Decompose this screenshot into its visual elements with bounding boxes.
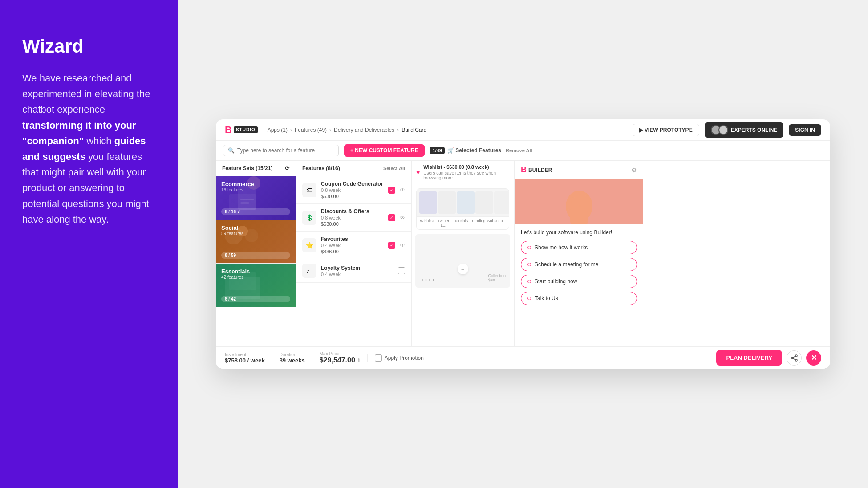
svg-point-17 [795, 355, 797, 357]
ecommerce-overlay: Ecommerce 16 features 8 / 16 ✓ [216, 176, 296, 220]
app-window: B STUDIO Apps (1) › Features (49) › Deli… [216, 119, 830, 369]
chatbot-option-build-label: Start building now [535, 278, 577, 285]
favourites-icon: ⭐ [302, 238, 316, 252]
breadcrumb: Apps (1) › Features (49) › Delivery and … [268, 127, 426, 133]
favourites-price: $336.00 [321, 249, 384, 254]
coupon-checkbox[interactable]: ✓ [388, 187, 395, 194]
remove-all-button[interactable]: Remove All [506, 148, 532, 153]
chatbot-option-schedule[interactable]: Schedule a meeting for me [521, 258, 637, 271]
max-price-info-icon: ℹ [358, 357, 360, 363]
loyalty-name: Loyalty System [321, 265, 393, 271]
left-panel: Wizard We have researched and experiment… [0, 0, 178, 488]
feature-coupon[interactable]: 🏷 Coupon Code Generator 0.8 week $630.00… [296, 176, 411, 204]
feature-loyalty[interactable]: 🏷 Loyalty System 0.4 week [296, 259, 411, 283]
feature-set-essentials[interactable]: Essentials 42 features 6 / 42 [216, 264, 296, 307]
breadcrumb-apps[interactable]: Apps (1) [268, 127, 288, 133]
experts-online-button[interactable]: EXPERTS ONLINE [705, 122, 784, 138]
chatbot-greeting: Let's build your software using Builder! [521, 229, 637, 236]
feature-set-ecommerce[interactable]: Ecommerce 16 features 8 / 16 ✓ [216, 176, 296, 220]
bottom-divider-1 [272, 354, 272, 362]
select-all-button[interactable]: Select All [383, 166, 405, 171]
selected-features-panel: ♥ Wishlist - $630.00 (0.8 week) Users ca… [412, 161, 514, 346]
ecommerce-count: 16 features [221, 187, 290, 192]
wishlist-heart-icon: ♥ [416, 169, 420, 176]
essentials-name: Essentials 42 features [221, 268, 290, 280]
preview-back-button[interactable]: ← [458, 264, 468, 274]
discounts-checkbox[interactable]: ✓ [388, 214, 395, 221]
wishlist-header-info: Wishlist - $630.00 (0.8 week) Users can … [423, 164, 509, 180]
tab-twitter: Twitter L... [436, 219, 451, 228]
features-title: Features (8/16) [302, 165, 340, 171]
coupon-info: Coupon Code Generator 0.8 week $630.00 [321, 181, 384, 199]
breadcrumb-delivery[interactable]: Delivery and Deliverables [334, 127, 394, 133]
feature-favourites[interactable]: ⭐ Favourites 0.4 week $336.00 ✓ 👁 [296, 232, 411, 259]
duration-label: Duration [280, 352, 305, 357]
right-panel: B STUDIO Apps (1) › Features (49) › Deli… [178, 0, 868, 488]
coupon-name: Coupon Code Generator [321, 181, 384, 187]
new-custom-feature-label: + NEW CUSTOM FEATURE [350, 147, 418, 154]
plan-delivery-button[interactable]: PLAN DELIVERY [716, 350, 782, 366]
chatbot-talk-btn[interactable]: Talk to Us [521, 292, 637, 305]
discounts-icon: 💲 [302, 211, 316, 225]
logo-studio-text: STUDIO [234, 126, 258, 133]
preview-label: Collection$## [488, 273, 506, 282]
feature-discounts[interactable]: 💲 Discounts & Offers 0.8 week $630.00 ✓ … [296, 204, 411, 232]
favourites-checkbox[interactable]: ✓ [388, 242, 395, 249]
share-button[interactable] [787, 350, 802, 366]
essentials-badge: 6 / 42 [221, 296, 290, 302]
feature-sets-header: Feature Sets (15/21) ⟳ [216, 161, 296, 176]
hand-illustration [552, 184, 606, 224]
logo: B STUDIO [225, 124, 258, 136]
new-custom-feature-button[interactable]: + NEW CUSTOM FEATURE [344, 144, 425, 157]
breadcrumb-build-card[interactable]: Build Card [402, 127, 426, 133]
features-panel: Features (8/16) Select All 🏷 Coupon Code… [296, 161, 412, 346]
max-price-label: Max Price [320, 351, 360, 356]
search-input[interactable] [237, 147, 334, 154]
close-button[interactable]: ✕ [806, 350, 821, 366]
desc-text-2: which [84, 135, 114, 146]
discounts-name: Discounts & Offers [321, 208, 384, 215]
description: We have researched and experimented in e… [22, 70, 156, 227]
ecommerce-name: Ecommerce 16 features [221, 181, 290, 192]
view-prototype-button[interactable]: ▶ VIEW PROTOTYPE [633, 124, 699, 136]
chatbot-logo-b: B [521, 165, 527, 175]
loyalty-info: Loyalty System 0.4 week [321, 265, 393, 277]
feature-set-social[interactable]: Social 59 features 8 / 59 [216, 220, 296, 264]
svg-rect-13 [576, 194, 580, 207]
coupon-eye-icon[interactable]: 👁 [400, 187, 405, 193]
social-name: Social 59 features [221, 224, 290, 236]
installment-info: Installment $758.00 / week [225, 352, 265, 364]
share-icon [791, 354, 798, 362]
chatbot-settings-icon[interactable]: ⚙ [631, 167, 637, 174]
sign-in-button[interactable]: SIGN IN [789, 124, 821, 136]
chatbot-image-area [515, 179, 643, 224]
chatbot-option-show-me[interactable]: Show me how it works [521, 241, 637, 254]
loyalty-checkbox[interactable] [398, 267, 405, 274]
option-dot-4 [527, 297, 531, 300]
loyalty-icon: 🏷 [302, 264, 316, 278]
breadcrumb-sep-3: › [397, 127, 399, 133]
breadcrumb-features[interactable]: Features (49) [295, 127, 327, 133]
promotion-checkbox[interactable] [375, 354, 382, 362]
thumb-trending [475, 191, 493, 214]
option-dot-2 [527, 263, 531, 266]
wishlist-title: Wishlist - $630.00 (0.8 week) [423, 164, 509, 170]
preview-dots: • • • • [422, 277, 434, 282]
chatbot-option-schedule-label: Schedule a meeting for me [535, 261, 598, 268]
selected-features-text: 🛒 Selected Features [447, 147, 501, 154]
discounts-eye-icon[interactable]: 👁 [400, 215, 405, 221]
svg-rect-12 [572, 197, 575, 208]
wishlist-tab-labels: Wishlist Twitter L... Tutorials Trending… [417, 216, 509, 229]
favourites-eye-icon[interactable]: 👁 [400, 242, 405, 248]
duration-value: 39 weeks [280, 357, 305, 364]
svg-line-20 [793, 356, 795, 358]
max-price-value: $29,547.00 [320, 356, 355, 364]
search-icon: 🔍 [228, 147, 235, 154]
discounts-price: $630.00 [321, 221, 384, 227]
chatbot-option-build[interactable]: Start building now [521, 275, 637, 288]
chatbot-body: Let's build your software using Builder!… [515, 224, 643, 346]
experts-label: EXPERTS ONLINE [731, 127, 778, 133]
ecommerce-title: Ecommerce [221, 181, 290, 187]
search-input-wrap[interactable]: 🔍 [223, 145, 339, 156]
favourites-name: Favourites [321, 236, 384, 242]
